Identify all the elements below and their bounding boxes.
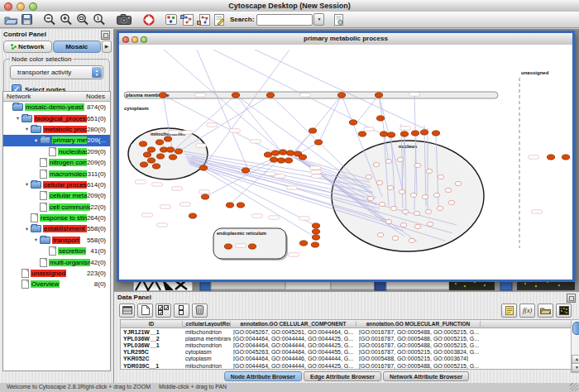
node[interactable] [367,196,374,200]
tree-row[interactable]: nitrogen compo209(0) [3,157,110,168]
import-network-icon[interactable] [179,12,195,27]
snapshot-icon[interactable] [115,12,134,27]
node[interactable] [400,222,407,227]
node[interactable] [390,206,397,210]
node[interactable] [387,185,394,189]
table-row[interactable]: YKR052Ccytoplasm[GO:0044464, GO:0044446,… [121,356,572,362]
tree-row[interactable]: response to stimulu264(0) [3,213,110,223]
node[interactable] [414,224,421,228]
node[interactable] [264,152,271,157]
node[interactable] [309,128,316,133]
node[interactable] [358,131,366,136]
node[interactable] [152,164,160,169]
tab-edge-attribute-browser[interactable]: Edge Attribute Browser [304,371,381,381]
node[interactable] [387,132,395,137]
node[interactable] [166,147,174,152]
node[interactable] [312,223,319,228]
notes-icon[interactable] [501,304,517,318]
open-icon[interactable] [2,12,20,27]
table-row[interactable]: YDR039C__1mitochondrion[GO:0044464, GO:0… [121,362,572,369]
network-minimize-button[interactable] [132,36,138,43]
node[interactable] [314,140,322,145]
table-row[interactable]: YPL036W__2plasma membrane[GO:0044464, GO… [121,335,572,342]
table-row[interactable]: YJR121W__1mitochondrion[GO:0045267, GO:0… [121,328,572,335]
annotation-icon[interactable] [212,12,227,27]
select-all-attributes-icon[interactable] [156,304,171,318]
zoom-out-icon[interactable] [41,12,58,27]
zoom-button[interactable] [29,2,37,11]
node[interactable] [237,203,244,208]
node[interactable] [175,149,182,154]
zoom-in-icon[interactable] [58,12,74,27]
node[interactable] [414,163,421,167]
node[interactable] [271,151,279,155]
network-view-window[interactable]: primary metabolic process plasma membran… [117,31,575,282]
resize-grip[interactable] [570,383,578,391]
tree-row[interactable]: ▼establishment of lo558(0) [3,223,110,234]
network-close-button[interactable] [122,36,129,43]
tree-row[interactable]: ▼transport558(0) [3,235,110,246]
zoom-fit-icon[interactable]: 1 [91,12,108,27]
node[interactable] [426,169,433,173]
node[interactable] [312,235,319,240]
node[interactable] [349,120,356,125]
node[interactable] [312,229,319,234]
node[interactable] [455,181,462,185]
node[interactable] [547,155,554,160]
node[interactable] [201,194,208,199]
table-row[interactable]: YLR295Ccytoplasm[GO:0045263, GO:0044464,… [121,349,572,356]
matrix-icon[interactable] [556,304,572,318]
node[interactable] [232,93,239,98]
search-combo-arrow-icon[interactable]: ▼ [313,13,324,26]
region-plasma-membrane[interactable] [124,92,498,98]
plugin-palette-icon[interactable] [164,12,179,27]
formula-icon[interactable]: f(x) [519,304,535,318]
node[interactable] [277,158,285,163]
node[interactable] [399,189,405,194]
node[interactable] [224,244,232,249]
node[interactable] [433,193,440,197]
node[interactable] [376,116,384,121]
tab-mosaic[interactable]: Mosaic [53,41,102,53]
delete-attribute-icon[interactable] [192,304,208,318]
node-color-dropdown[interactable]: transporter activity ▲▼ [10,65,103,79]
table-scrollbar[interactable]: ▲ ▼ [571,319,579,373]
node[interactable] [140,162,147,167]
node[interactable] [156,154,164,159]
node[interactable] [377,232,384,237]
node[interactable] [402,209,409,213]
tree-row[interactable]: unassigned223(0) [3,268,110,279]
node[interactable] [422,194,428,198]
node[interactable] [448,200,455,204]
close-button[interactable] [4,2,12,11]
unselect-all-attributes-icon[interactable] [174,304,189,318]
node[interactable] [156,140,163,145]
node[interactable] [409,238,415,242]
tree-row[interactable]: cellular metabo209(0) [3,190,110,201]
node[interactable] [400,131,408,136]
save-icon[interactable] [20,12,34,27]
node[interactable] [385,219,392,223]
node[interactable] [397,157,404,161]
node[interactable] [375,93,382,98]
node[interactable] [299,241,307,246]
node[interactable] [189,213,196,218]
import-icon[interactable] [538,304,553,318]
tab-network[interactable]: Network [3,41,52,53]
zoom-selected-icon[interactable] [74,12,91,27]
node[interactable] [373,162,380,166]
node[interactable] [392,236,399,240]
node[interactable] [164,136,171,141]
node[interactable] [366,174,372,179]
tab-node-attribute-browser[interactable]: Node Attribute Browser [224,371,302,381]
tree-row[interactable]: Overview8(0) [3,279,110,289]
node[interactable] [159,93,166,98]
tab-overflow-arrow-icon[interactable]: ▶ [102,41,112,53]
node[interactable] [139,141,146,146]
tree-row[interactable]: multi-organism pro42(0) [3,256,110,267]
node[interactable] [379,202,385,206]
tree-row[interactable]: cell communicat22(0) [3,202,110,213]
node[interactable] [270,157,277,162]
node[interactable] [226,203,233,208]
import-table-icon[interactable] [195,12,212,27]
